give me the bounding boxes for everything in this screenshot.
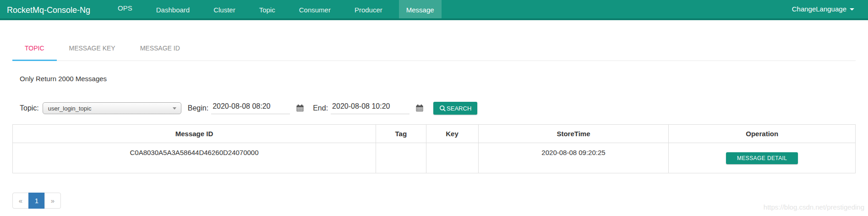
begin-datetime-input[interactable] — [211, 102, 290, 114]
nav-item-dashboard[interactable]: Dashboard — [149, 0, 197, 18]
pagination-page-1[interactable]: 1 — [28, 193, 45, 209]
navbar: RocketMq-Console-Ng OPS Dashboard Cluste… — [0, 0, 868, 20]
search-button[interactable]: SEARCH — [433, 102, 477, 115]
main-content: TOPIC MESSAGE KEY MESSAGE ID Only Return… — [12, 35, 856, 209]
nav-item-ops[interactable]: OPS — [110, 0, 140, 17]
calendar-icon[interactable] — [296, 105, 304, 112]
nav-item-topic[interactable]: Topic — [252, 0, 283, 18]
tab-message-id[interactable]: MESSAGE ID — [128, 35, 192, 61]
csdn-watermark: https://blog.csdn.net/prestigeding — [764, 203, 864, 211]
topic-label: Topic: — [20, 104, 39, 112]
change-language-label: ChangeLanguage — [792, 0, 846, 19]
filter-form: Topic: user_login_topic Begin: End: — [20, 101, 856, 115]
message-table: Message ID Tag Key StoreTime Operation C… — [12, 124, 856, 173]
pagination-prev-button[interactable]: « — [12, 193, 29, 209]
change-language-dropdown[interactable]: ChangeLanguage — [792, 0, 854, 18]
end-label: End: — [313, 104, 328, 112]
nav-item-cluster[interactable]: Cluster — [206, 0, 243, 18]
caret-down-icon — [850, 8, 854, 11]
cell-tag — [376, 143, 426, 173]
tab-message-key[interactable]: MESSAGE KEY — [57, 35, 128, 61]
column-header-message-id: Message ID — [13, 125, 376, 143]
column-header-key: Key — [426, 125, 478, 143]
calendar-icon[interactable] — [416, 105, 423, 112]
search-icon — [439, 105, 446, 112]
cell-message-id: C0A8030A5A3A58644D46260D24070000 — [13, 143, 376, 173]
begin-label: Begin: — [188, 104, 208, 112]
brand-title[interactable]: RocketMq-Console-Ng — [7, 0, 90, 18]
message-detail-button[interactable]: MESSAGE DETAIL — [726, 152, 798, 164]
pagination: « 1 » — [12, 193, 61, 209]
search-button-label: SEARCH — [447, 105, 471, 112]
column-header-operation: Operation — [669, 125, 856, 143]
cell-store-time: 2020-08-08 09:20:25 — [478, 143, 669, 173]
nav-item-consumer[interactable]: Consumer — [292, 0, 338, 18]
cell-operation: MESSAGE DETAIL — [669, 143, 856, 173]
tab-topic[interactable]: TOPIC — [12, 35, 57, 61]
topic-select[interactable]: user_login_topic — [43, 102, 181, 114]
table-row: C0A8030A5A3A58644D46260D24070000 2020-08… — [13, 143, 856, 173]
end-datetime-input[interactable] — [331, 102, 409, 114]
cell-key — [426, 143, 478, 173]
nav-menu: OPS Dashboard Cluster Topic Consumer Pro… — [106, 0, 446, 18]
table-header-row: Message ID Tag Key StoreTime Operation — [13, 125, 856, 143]
caret-down-icon — [173, 107, 176, 110]
nav-item-producer[interactable]: Producer — [347, 0, 390, 18]
search-mode-tabs: TOPIC MESSAGE KEY MESSAGE ID — [12, 35, 856, 61]
limit-notice: Only Return 2000 Messages — [20, 75, 856, 83]
topic-select-value: user_login_topic — [48, 105, 92, 112]
column-header-storetime: StoreTime — [478, 125, 669, 143]
nav-item-message[interactable]: Message — [399, 0, 442, 18]
pagination-next-button[interactable]: » — [44, 193, 61, 209]
column-header-tag: Tag — [376, 125, 426, 143]
